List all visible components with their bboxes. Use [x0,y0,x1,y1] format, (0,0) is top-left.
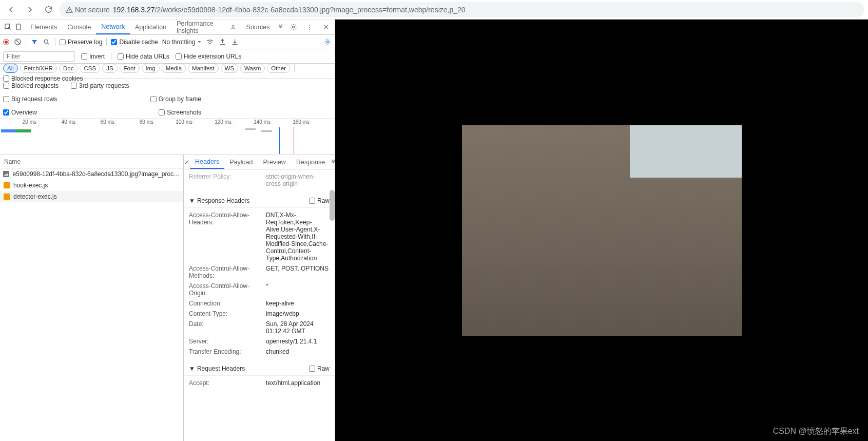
download-icon[interactable] [230,38,239,46]
group-frame-checkbox[interactable]: Group by frame [150,95,201,103]
preserve-log-checkbox[interactable]: Preserve log [60,39,102,46]
svg-point-5 [309,29,310,30]
request-headers-section[interactable]: ▼Request Headers Raw [184,362,335,376]
timeline-bar [15,129,31,132]
type-fetch-xhr[interactable]: Fetch/XHR [20,64,57,73]
type-manifest[interactable]: Manifest [188,64,218,73]
divider [106,38,107,46]
tab-network[interactable]: Network [96,20,130,34]
network-timeline[interactable]: 20 ms 40 ms 60 ms 80 ms 100 ms 120 ms 14… [0,119,335,155]
header-row: Server:openresty/1.21.4.1 [189,336,330,347]
type-doc[interactable]: Doc [59,64,78,73]
big-rows-checkbox[interactable]: Big request rows [3,95,57,103]
more-tabs-icon[interactable] [275,24,286,30]
header-row: Content-Type:image/webp [189,309,330,319]
tab-elements[interactable]: Elements [25,20,62,34]
more-detail-tabs-icon[interactable] [330,159,335,165]
disable-cache-checkbox[interactable]: Disable cache [111,39,158,46]
detail-tab-preview[interactable]: Preview [258,155,291,169]
search-icon[interactable] [43,38,51,46]
record-button[interactable] [3,39,9,45]
header-row: Date:Sun, 28 Apr 2024 01:12:42 GMT [189,319,330,336]
request-name: detector-exec.js [13,193,57,200]
divider [26,38,26,46]
raw-checkbox[interactable]: Raw [309,197,330,204]
detail-body[interactable]: Referrer Policy: strict-origin-when-cros… [184,169,335,441]
tab-application[interactable]: Application [130,20,171,34]
disable-cache-label: Disable cache [119,39,158,46]
raw-checkbox[interactable]: Raw [309,365,330,372]
tab-sources[interactable]: Sources [241,20,275,34]
type-ws[interactable]: WS [221,64,239,73]
devtools-panel: Elements Console Network Application Per… [0,20,335,441]
svg-rect-11 [4,182,10,188]
tab-performance-insights[interactable]: Performance insights [171,20,241,34]
type-css[interactable]: CSS [80,64,100,73]
request-row[interactable]: detector-exec.js [0,191,183,202]
request-headers-label: Request Headers [197,365,245,372]
svg-point-4 [309,27,310,28]
warning-icon [66,6,73,13]
close-devtools-icon[interactable] [319,24,333,30]
type-img[interactable]: Img [142,64,160,73]
invert-checkbox[interactable]: Invert [81,53,105,60]
security-indicator[interactable]: Not secure [66,6,110,14]
type-other[interactable]: Other [267,64,290,73]
detail-tab-payload[interactable]: Payload [224,155,258,169]
header-row: Access-Control-Allow-Methods:GET, POST, … [189,263,330,281]
type-all[interactable]: All [3,64,18,73]
svg-rect-12 [4,194,10,200]
type-media[interactable]: Media [162,64,186,73]
wifi-icon[interactable] [206,38,214,46]
kebab-icon[interactable] [303,24,316,31]
device-icon[interactable] [14,23,26,31]
displayed-image [462,125,742,336]
page-content: CSDN @愤怒的苹果ext [335,20,868,441]
tab-console[interactable]: Console [62,20,96,34]
watermark: CSDN @愤怒的苹果ext [773,426,859,437]
detail-tab-headers[interactable]: Headers [190,155,224,169]
address-bar[interactable]: Not secure 192.168.3.27/2/works/e59d0998… [60,2,864,17]
upload-icon[interactable] [218,38,226,46]
request-row[interactable]: hook-exec.js [0,180,183,191]
header-row: Access-Control-Allow-Origin:* [189,281,330,298]
header-row: Referrer Policy: strict-origin-when-cros… [189,171,330,189]
response-headers-section[interactable]: ▼Response Headers Raw [184,194,335,208]
hide-extension-urls-checkbox[interactable]: Hide extension URLs [176,53,242,60]
third-party-checkbox[interactable]: 3rd-party requests [71,82,129,89]
type-js[interactable]: JS [102,64,117,73]
screenshots-checkbox[interactable]: Screenshots [159,109,201,116]
option-row-1: Blocked requests 3rd-party requests [0,79,335,92]
detail-tabs: Headers Payload Preview Response [184,155,335,169]
timeline-bar [245,128,256,130]
main-split: Elements Console Network Application Per… [0,20,868,441]
timeline-body [0,127,335,154]
request-list-header[interactable]: Name [0,155,183,168]
inspect-icon[interactable] [2,23,14,31]
back-button[interactable] [4,3,18,17]
svg-point-2 [292,26,294,28]
close-detail-icon[interactable] [184,159,190,165]
type-wasm[interactable]: Wasm [240,64,265,73]
throttling-select[interactable]: No throttling [162,39,202,46]
chevron-down-icon [197,40,202,44]
filter-input[interactable] [3,51,75,62]
settings-icon[interactable] [286,23,300,31]
request-row[interactable]: e59d0998-12df-4bba-832c-6a8ecda13300.jpg… [0,168,183,180]
reload-button[interactable] [41,3,55,17]
blocked-requests-checkbox[interactable]: Blocked requests [3,82,59,89]
arrow-right-icon [25,5,34,14]
load-line [294,127,294,154]
type-font[interactable]: Font [120,64,140,73]
filter-icon[interactable] [30,38,38,46]
preserve-log-label: Preserve log [68,39,102,46]
clear-button[interactable] [13,38,22,46]
forward-button[interactable] [23,3,37,17]
overview-checkbox[interactable]: Overview [3,109,37,116]
js-resource-icon [3,193,10,200]
scrollbar-thumb[interactable] [330,190,335,221]
timeline-ruler: 20 ms 40 ms 60 ms 80 ms 100 ms 120 ms 14… [0,119,335,127]
detail-tab-response[interactable]: Response [291,155,330,169]
network-settings-icon[interactable] [323,38,332,46]
hide-data-urls-checkbox[interactable]: Hide data URLs [118,53,169,60]
